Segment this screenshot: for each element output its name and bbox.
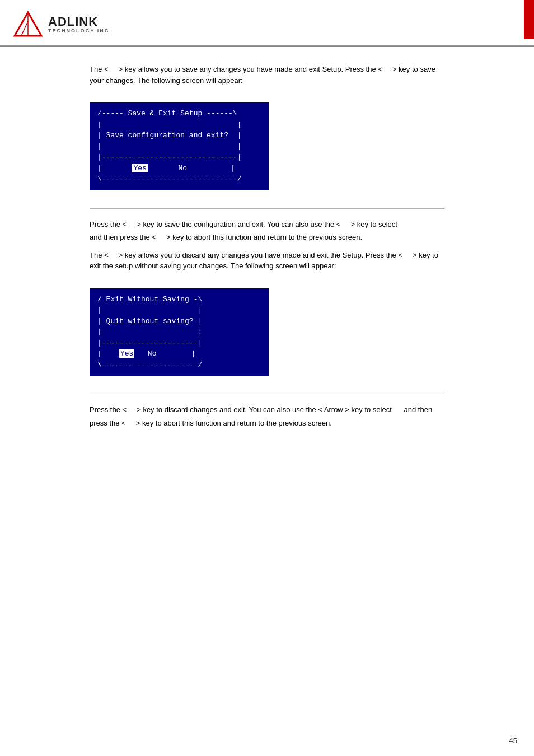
terminal-line-1: /----- Save & Exit Setup ------\ [97,108,261,119]
terminal2-line-4: | | [97,326,261,338]
terminal-line-6: | Yes No | [97,163,261,174]
terminal-line-4: | | [97,141,261,152]
press-rows-discard: Press the < > key to discard changes and… [90,404,444,428]
red-accent-decoration [524,0,534,39]
no-option-terminal2: No [148,349,157,358]
logo-text: ADLINK TECHNOLOGY INC. [48,15,112,34]
section-divider-1 [90,208,444,209]
section-divider-2 [90,394,444,394]
terminal-line-3: | Save configuration and exit? | [97,130,261,141]
main-content: The < > key allows you to save any chang… [0,47,534,447]
terminal2-line-1: / Exit Without Saving -\ [97,294,261,305]
yes-button-terminal2: Yes [119,349,134,358]
press-text-1: key to save the configuration and exit. … [141,219,397,230]
terminal2-line-3: | Quit without saving? | [97,316,261,327]
para-save-key-description: The < > key allows you to save any chang… [90,64,444,86]
terminal-line-7: \-------------------------------/ [97,174,261,185]
terminal2-line-5: |----------------------| [97,338,261,349]
logo-area: ADLINK TECHNOLOGY INC. [13,10,112,39]
terminal2-line-7: \----------------------/ [97,360,261,371]
terminal-save-exit: /----- Save & Exit Setup ------\ | | | S… [90,102,269,190]
press-label-1: Press the < > [90,219,141,230]
terminal-line-2: | | [97,119,261,130]
press-label-3: Press the < > [90,404,141,416]
page-number: 45 [509,736,517,745]
no-option-terminal: No [178,164,187,172]
press-text-4: key to abort this function and return to… [140,418,332,429]
terminal2-line-2: | | [97,305,261,316]
press-label-4: press the < > [90,418,140,429]
terminal2-line-6: | Yes No | [97,348,261,360]
terminal-exit-without-saving: / Exit Without Saving -\ | | | Quit with… [90,288,269,376]
logo-adlink-label: ADLINK [48,15,112,29]
yes-button-terminal: Yes [132,164,147,172]
page-header: ADLINK TECHNOLOGY INC. [0,0,534,46]
press-text-3: key to discard changes and exit. You can… [141,404,432,416]
press-label-2: and then press the < > [90,232,171,243]
press-row-4: press the < > key to abort this function… [90,418,444,429]
logo-subtitle-label: TECHNOLOGY INC. [48,29,112,34]
press-row-3: Press the < > key to discard changes and… [90,404,444,416]
adlink-logo-icon [13,10,43,39]
press-rows-save: Press the < > key to save the configurat… [90,219,444,243]
press-row-1: Press the < > key to save the configurat… [90,219,444,230]
section-save-exit: The < > key allows you to save any chang… [90,64,444,198]
terminal-line-5: |-------------------------------| [97,152,261,163]
press-row-2: and then press the < > key to abort this… [90,232,444,243]
para-exit-without-saving: The < > key allows you to discard any ch… [90,250,444,272]
press-text-2: key to abort this function and return to… [171,232,363,243]
